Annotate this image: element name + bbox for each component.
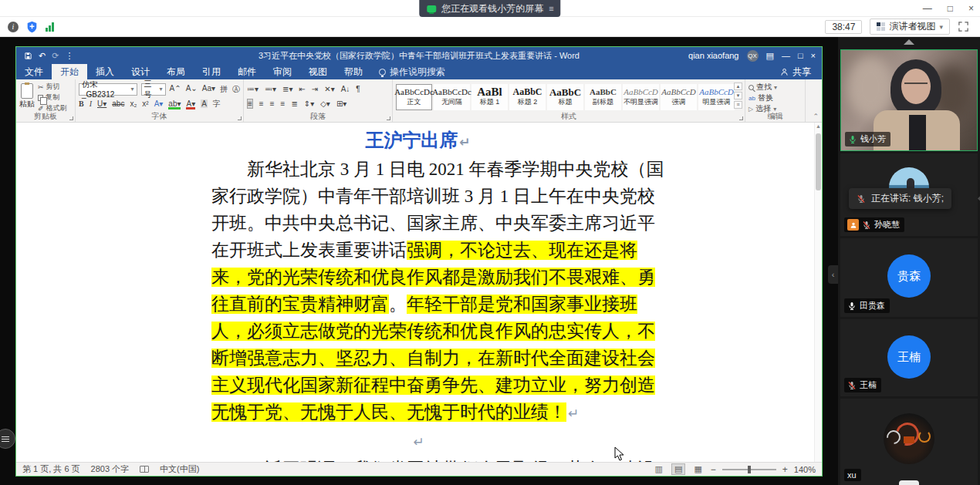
collapse-ribbon-icon[interactable]: ⌃	[813, 113, 819, 120]
line-spacing-icon[interactable]: ⇕▾	[304, 99, 314, 108]
align-right-icon[interactable]: ≡	[270, 99, 275, 108]
grow-font-icon[interactable]: A⌃	[170, 84, 181, 95]
align-center-icon[interactable]: ≡	[259, 99, 264, 108]
fullscreen-icon[interactable]	[958, 21, 969, 32]
borders-icon[interactable]: ⊞▾	[336, 99, 346, 108]
zoom-slider[interactable]	[722, 469, 776, 470]
bold-icon[interactable]: B	[79, 99, 84, 108]
change-case-icon[interactable]: Aa▾	[202, 84, 215, 95]
floating-menu-button[interactable]	[0, 429, 15, 449]
word-restore-button[interactable]: □	[798, 51, 803, 60]
multilevel-list-icon[interactable]: ≣▾	[282, 85, 292, 93]
maximize-button[interactable]: □	[948, 3, 953, 14]
web-layout-icon[interactable]: ▦	[691, 464, 704, 474]
vertical-scrollbar[interactable]: ▲	[814, 123, 822, 462]
style-正文[interactable]: AaBbCcDc正文	[396, 84, 432, 110]
styles-more-icon[interactable]: ≡	[734, 101, 742, 109]
scroll-up-arrow-icon[interactable]	[904, 39, 914, 45]
character-border-icon[interactable]: Ⓐ	[232, 84, 240, 95]
font-color-icon[interactable]: A▾	[186, 99, 195, 108]
zoom-in-button[interactable]: +	[782, 464, 788, 475]
language-indicator[interactable]: 中文(中国)	[160, 463, 199, 475]
style-副标题[interactable]: AaBbC副标题	[585, 84, 621, 110]
style-标题 2[interactable]: AaBbC标题 2	[509, 84, 546, 110]
shrink-font-icon[interactable]: A⌄	[186, 84, 198, 95]
speaker-view-button[interactable]: 演讲者视图 ▾	[870, 19, 950, 35]
participant-tile-xu[interactable]: xu	[840, 399, 978, 485]
tab-file[interactable]: 文件	[16, 64, 52, 79]
copy-button[interactable]: 复制	[38, 93, 67, 103]
save-icon[interactable]	[24, 52, 32, 60]
character-shading-icon[interactable]: A	[201, 99, 208, 108]
style-不明显强调[interactable]: AaBbCcD不明显强调	[623, 84, 659, 110]
sidebar-collapse-handle[interactable]: ‹	[828, 265, 838, 284]
asian-layout-icon[interactable]: ✕▾	[324, 85, 334, 93]
sort-icon[interactable]: A↓	[341, 85, 350, 93]
account-avatar[interactable]: QX	[747, 50, 759, 62]
scrollbar-thumb[interactable]	[816, 133, 821, 190]
page-indicator[interactable]: 第 1 页, 共 6 页	[22, 463, 80, 475]
numbering-icon[interactable]: ≕▾	[265, 85, 276, 93]
paste-button[interactable]: 粘贴	[19, 82, 35, 112]
zoom-slider-thumb[interactable]	[748, 466, 751, 473]
styles-dialog-launcher[interactable]	[739, 116, 743, 120]
proofing-icon[interactable]	[140, 466, 149, 473]
font-name-select[interactable]: 仿宋_GB2312 ▾	[79, 83, 137, 96]
styles-scroll-up-icon[interactable]: ▴	[734, 83, 742, 90]
style-标题[interactable]: AaBbC标题	[547, 84, 583, 110]
enclose-characters-icon[interactable]: 字	[213, 99, 221, 109]
italic-icon[interactable]: I	[90, 99, 92, 108]
superscript-icon[interactable]: x²	[142, 99, 148, 108]
zoom-level[interactable]: 140%	[794, 465, 816, 474]
tab-插入[interactable]: 插入	[87, 64, 123, 79]
tell-me-search[interactable]: 操作说明搜索	[379, 64, 445, 79]
shading-icon[interactable]: ◇▾	[320, 99, 330, 108]
tab-引用[interactable]: 引用	[194, 64, 229, 79]
document-page[interactable]: 王沪宁出席↵新华社北京 3 月 1 日电 2021 年春季学期中央党校（国家行政…	[120, 123, 711, 462]
style-明显强调[interactable]: AaBbCcD明显强调	[698, 84, 735, 110]
account-name[interactable]: qian xiaofang	[688, 51, 738, 60]
tab-视图[interactable]: 视图	[300, 64, 336, 79]
replace-button[interactable]: ab 替换	[749, 93, 802, 103]
screen-share-menu-icon[interactable]: ≡	[549, 4, 553, 13]
font-dialog-launcher[interactable]	[238, 116, 242, 120]
text-effects-icon[interactable]: A▾	[154, 99, 164, 108]
bullets-icon[interactable]: ≔▾	[247, 85, 259, 93]
undo-icon[interactable]: ↶	[39, 51, 46, 61]
participant-tile-钱小芳[interactable]: 钱小芳	[840, 49, 978, 151]
show-marks-icon[interactable]: ¶	[356, 85, 360, 93]
word-close-button[interactable]: ×	[811, 51, 816, 60]
ribbon-options-icon[interactable]: ▤	[766, 51, 774, 61]
clipboard-dialog-launcher[interactable]	[69, 116, 73, 120]
participant-tile-田贵森[interactable]: 贵森 田贵森	[840, 238, 978, 317]
increase-indent-icon[interactable]: ⇥	[312, 85, 318, 93]
tab-审阅[interactable]: 审阅	[265, 64, 300, 79]
styles-scroll-down-icon[interactable]: ▾	[734, 92, 742, 99]
scroll-down-indicator[interactable]	[899, 480, 919, 485]
tab-开始[interactable]: 开始	[52, 64, 87, 79]
subscript-icon[interactable]: x₂	[130, 99, 137, 108]
phonetic-guide-icon[interactable]: 拼	[220, 84, 228, 95]
decrease-indent-icon[interactable]: ⇤	[299, 85, 305, 93]
close-button[interactable]: ×	[968, 3, 974, 14]
minimize-button[interactable]: —	[923, 3, 932, 14]
qat-customize-icon[interactable]: ⋮	[65, 51, 73, 61]
tab-邮件[interactable]: 邮件	[229, 64, 265, 79]
tab-布局[interactable]: 布局	[158, 64, 194, 79]
print-layout-icon[interactable]: ▤	[671, 463, 685, 475]
participant-tile-王楠[interactable]: 王楠 王楠	[840, 319, 978, 396]
highlight-color-icon[interactable]: ab▾	[168, 99, 181, 108]
tab-帮助[interactable]: 帮助	[336, 64, 371, 79]
distribute-icon[interactable]: ≣	[291, 99, 297, 108]
word-minimize-button[interactable]: —	[782, 51, 790, 60]
read-mode-icon[interactable]: ▥	[653, 464, 665, 474]
underline-icon[interactable]: U▾	[97, 99, 106, 108]
style-标题 1[interactable]: AaBl标题 1	[471, 84, 508, 110]
cut-button[interactable]: ✂ 剪切	[38, 82, 67, 92]
strikethrough-icon[interactable]: abc	[112, 99, 124, 108]
font-size-select[interactable]: 三号 ▾	[141, 83, 166, 96]
find-button[interactable]: 查找 ▾	[749, 82, 802, 93]
paragraph-dialog-launcher[interactable]	[387, 116, 390, 120]
tab-设计[interactable]: 设计	[123, 64, 158, 79]
style-强调[interactable]: AaBbCcD强调	[661, 84, 697, 110]
